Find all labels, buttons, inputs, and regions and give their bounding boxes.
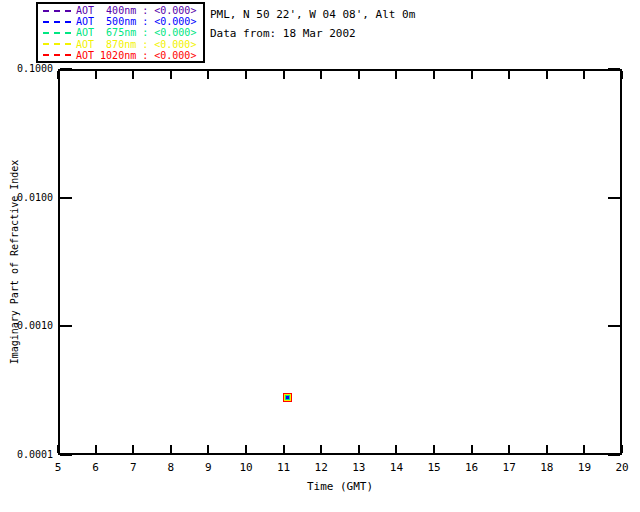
x-tick <box>95 445 97 453</box>
x-tick <box>320 445 322 453</box>
x-tick-top <box>207 71 209 79</box>
x-tick <box>245 445 247 453</box>
x-tick-top <box>621 71 623 79</box>
x-tick-top <box>132 71 134 79</box>
x-tick <box>395 445 397 453</box>
x-tick-top <box>57 71 59 79</box>
x-tick-label: 14 <box>390 461 403 474</box>
plot-area <box>58 69 622 455</box>
x-tick-top <box>358 71 360 79</box>
y-tick <box>60 325 72 327</box>
x-tick-label: 20 <box>615 461 628 474</box>
x-tick-label: 10 <box>239 461 252 474</box>
y-axis-title: Imaginary Part of Refractive Index <box>9 160 20 365</box>
legend-line-sample <box>43 43 71 45</box>
x-tick <box>57 445 59 453</box>
x-tick <box>471 445 473 453</box>
x-tick-top <box>170 71 172 79</box>
legend-row: AOT 1020nm : <0.000> <box>43 50 203 61</box>
legend-entry-label: AOT 870nm : <0.000> <box>76 39 196 50</box>
legend-box: AOT 400nm : <0.000>AOT 500nm : <0.000>AO… <box>36 2 205 63</box>
x-tick-label: 19 <box>578 461 591 474</box>
y-tick <box>60 68 72 70</box>
legend-entry-label: AOT 400nm : <0.000> <box>76 5 196 16</box>
x-tick-top <box>433 71 435 79</box>
x-tick-top <box>508 71 510 79</box>
x-tick-label: 16 <box>465 461 478 474</box>
x-tick-label: 6 <box>92 461 99 474</box>
legend-line-sample <box>43 21 71 23</box>
x-tick <box>207 445 209 453</box>
x-tick-top <box>546 71 548 79</box>
x-tick-label: 8 <box>167 461 174 474</box>
x-tick <box>170 445 172 453</box>
legend-entry-label: AOT 1020nm : <0.000> <box>76 50 196 61</box>
aot-refractive-index-plot: AOT 400nm : <0.000>AOT 500nm : <0.000>AO… <box>0 0 640 512</box>
y-tick-right <box>608 68 620 70</box>
x-tick-label: 5 <box>55 461 62 474</box>
legend-line-sample <box>43 10 71 12</box>
x-tick-top <box>395 71 397 79</box>
x-tick <box>358 445 360 453</box>
x-tick-label: 15 <box>427 461 440 474</box>
legend-entry-label: AOT 500nm : <0.000> <box>76 16 196 27</box>
x-tick-top <box>95 71 97 79</box>
scatter-point-aot-400nm <box>287 397 288 398</box>
data-date-text: Data from: 18 Mar 2002 <box>210 24 415 43</box>
y-tick <box>60 454 72 456</box>
x-tick-label: 12 <box>315 461 328 474</box>
x-tick-label: 18 <box>540 461 553 474</box>
x-tick-label: 9 <box>205 461 212 474</box>
y-tick <box>60 197 72 199</box>
plot-header: PML, N 50 22', W 04 08', Alt 0m Data fro… <box>210 5 415 43</box>
legend-line-sample <box>43 32 71 34</box>
x-tick <box>132 445 134 453</box>
x-tick <box>508 445 510 453</box>
y-tick-right <box>608 325 620 327</box>
legend-entry-label: AOT 675nm : <0.000> <box>76 27 196 38</box>
legend-row: AOT 500nm : <0.000> <box>43 16 203 27</box>
x-tick <box>583 445 585 453</box>
x-tick-top <box>471 71 473 79</box>
y-tick-label: 0.1000 <box>0 63 53 74</box>
legend-row: AOT 870nm : <0.000> <box>43 39 203 50</box>
x-tick <box>546 445 548 453</box>
legend-row: AOT 675nm : <0.000> <box>43 27 203 38</box>
x-tick-top <box>245 71 247 79</box>
x-axis-title: Time (GMT) <box>307 480 373 493</box>
x-tick-top <box>320 71 322 79</box>
x-tick-top <box>283 71 285 79</box>
x-tick <box>283 445 285 453</box>
y-tick-label: 0.0001 <box>0 449 53 460</box>
x-tick <box>621 445 623 453</box>
y-tick-right <box>608 454 620 456</box>
legend-row: AOT 400nm : <0.000> <box>43 5 203 16</box>
x-tick-top <box>583 71 585 79</box>
x-tick-label: 7 <box>130 461 137 474</box>
y-tick-right <box>608 197 620 199</box>
x-tick-label: 11 <box>277 461 290 474</box>
x-tick-label: 17 <box>503 461 516 474</box>
legend-line-sample <box>43 54 71 56</box>
x-tick-label: 13 <box>352 461 365 474</box>
x-tick <box>433 445 435 453</box>
station-location-text: PML, N 50 22', W 04 08', Alt 0m <box>210 5 415 24</box>
